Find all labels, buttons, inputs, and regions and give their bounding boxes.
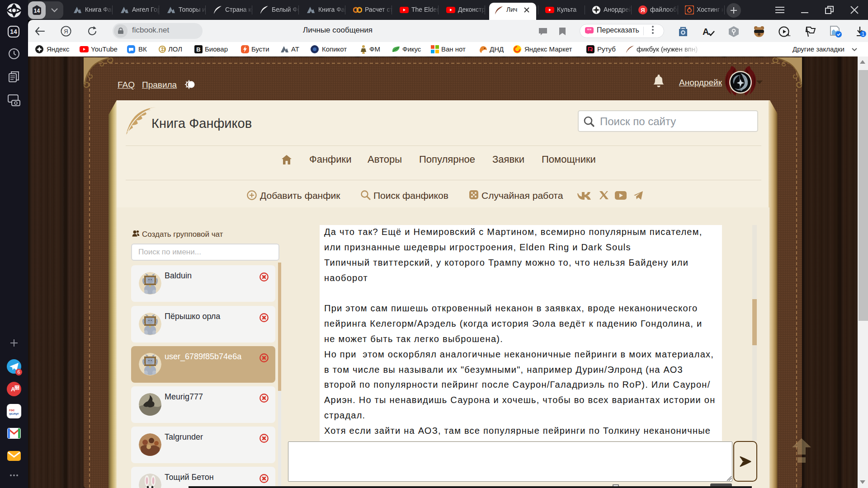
svg-text:A: A [703,27,709,37]
svg-text:14: 14 [34,8,40,14]
svg-text:““: ““ [587,28,592,33]
svg-text:B: B [196,46,200,53]
svg-text:услуги: услуги [9,412,19,415]
svg-text:Я: Я [641,7,645,14]
svg-text:௢: ௢ [14,385,19,390]
svg-text:1: 1 [862,31,864,37]
svg-text:Я: Я [64,28,68,35]
